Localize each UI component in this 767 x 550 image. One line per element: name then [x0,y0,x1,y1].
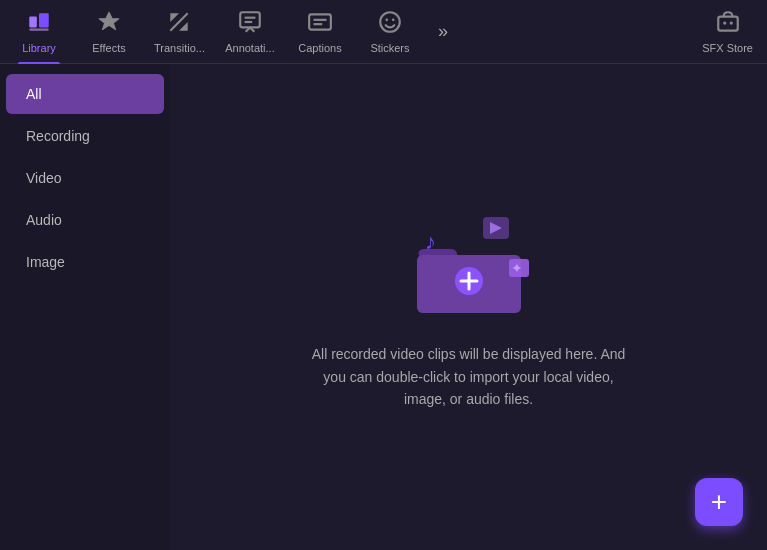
sidebar-item-all[interactable]: All [6,74,164,114]
empty-state-text: All recorded video clips will be display… [309,343,629,410]
svg-marker-4 [179,22,188,31]
nav-label-effects: Effects [92,42,125,54]
svg-rect-2 [29,29,49,31]
nav-label-library: Library [22,42,56,54]
folder-illustration: ♪ ✦ [399,203,539,323]
nav-item-annotations[interactable]: Annotati... [215,0,285,64]
svg-marker-3 [171,13,180,22]
nav-label-stickers: Stickers [370,42,409,54]
effects-icon [96,9,122,38]
sidebar-item-image[interactable]: Image [6,242,164,282]
sidebar-item-video[interactable]: Video [6,158,164,198]
sidebar: All Recording Video Audio Image [0,64,170,550]
nav-more-button[interactable]: » [425,0,461,64]
empty-state: ♪ ✦ [309,203,629,410]
svg-rect-0 [29,17,37,28]
nav-item-captions[interactable]: Captions [285,0,355,64]
svg-rect-6 [240,12,260,27]
svg-point-13 [385,19,388,22]
nav-item-transitions[interactable]: Transitio... [144,0,215,64]
sidebar-item-audio[interactable]: Audio [6,200,164,240]
svg-rect-1 [39,13,49,27]
svg-point-12 [380,12,400,32]
fab-add-button[interactable]: + [695,478,743,526]
main-content: All Recording Video Audio Image ♪ [0,64,767,550]
nav-item-sfx-store[interactable]: SFX Store [692,0,763,64]
nav-item-library[interactable]: Library [4,0,74,64]
top-nav: Library Effects Transitio... [0,0,767,64]
transitions-icon [166,9,192,38]
stickers-icon [377,9,403,38]
nav-item-effects[interactable]: Effects [74,0,144,64]
center-content: ♪ ✦ [170,64,767,550]
svg-point-14 [392,19,395,22]
nav-label-annotations: Annotati... [225,42,275,54]
svg-point-17 [729,21,732,24]
svg-point-16 [723,21,726,24]
svg-rect-9 [309,14,331,29]
nav-label-sfx-store: SFX Store [702,42,753,54]
sfx-store-icon [715,9,741,38]
captions-icon [307,9,333,38]
library-icon [26,9,52,38]
svg-text:✦: ✦ [511,260,523,276]
sidebar-item-recording[interactable]: Recording [6,116,164,156]
nav-label-captions: Captions [298,42,341,54]
nav-label-transitions: Transitio... [154,42,205,54]
annotations-icon [237,9,263,38]
nav-item-stickers[interactable]: Stickers [355,0,425,64]
svg-rect-15 [718,17,738,31]
